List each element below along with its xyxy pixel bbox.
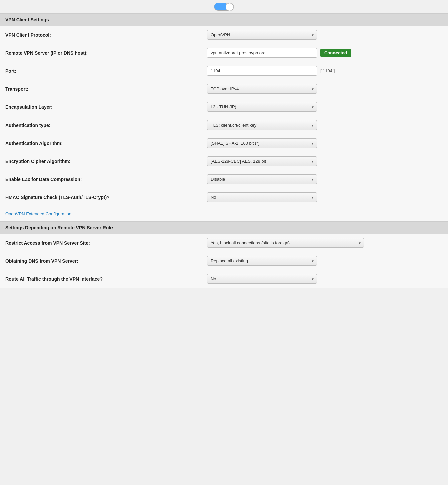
label-remote-vpn-server: Remote VPN Server (IP or DNS host): (0, 44, 202, 62)
value-cell-hmac-signature-check: No (202, 188, 448, 206)
row-transport: Transport:TCP over IPv4 (0, 80, 448, 98)
select-encryption-cipher-algorithm[interactable]: [AES-128-CBC] AES, 128 bit (207, 156, 317, 166)
value-cell-restrict-access: Yes, block all connections (site is fore… (202, 234, 448, 252)
value-cell-encryption-cipher-algorithm: [AES-128-CBC] AES, 128 bit (202, 152, 448, 170)
row-enable-lzx: Enable LZx for Data Compression:Disable (0, 170, 448, 188)
value-cell-transport: TCP over IPv4 (202, 80, 448, 98)
label-vpn-client-protocol: VPN Client Protocol: (0, 26, 202, 44)
row-authentication-algorithm: Authentication Algorithm:[SHA1] SHA-1, 1… (0, 134, 448, 152)
input-port[interactable] (207, 66, 317, 76)
row-authentication-type: Authentication type:TLS: client.crt/clie… (0, 116, 448, 134)
section-header-vpn-client-settings: VPN Client Settings (0, 13, 448, 26)
input-remote-vpn-server[interactable] (207, 48, 317, 58)
label-authentication-algorithm: Authentication Algorithm: (0, 134, 202, 152)
label-enable-lzx: Enable LZx for Data Compression: (0, 170, 202, 188)
settings-table-vpn-client-settings: VPN Client Protocol:OpenVPNRemote VPN Se… (0, 26, 448, 221)
link-cell-openvpn-extended-config: OpenVPN Extended Configuration (0, 206, 448, 221)
row-obtaining-dns: Obtaining DNS from VPN Server:Replace al… (0, 252, 448, 270)
select-obtaining-dns[interactable]: Replace all existing (207, 256, 317, 266)
row-openvpn-extended-config: OpenVPN Extended Configuration (0, 206, 448, 221)
label-authentication-type: Authentication type: (0, 116, 202, 134)
select-enable-lzx[interactable]: Disable (207, 174, 317, 184)
port-hint: [ 1194 ] (320, 68, 335, 73)
value-cell-authentication-type: TLS: client.crt/client.key (202, 116, 448, 134)
select-wrapper-obtaining-dns: Replace all existing (207, 256, 317, 266)
link-openvpn-extended-config[interactable]: OpenVPN Extended Configuration (5, 211, 71, 216)
select-hmac-signature-check[interactable]: No (207, 192, 317, 202)
select-wrapper-hmac-signature-check: No (207, 192, 317, 202)
select-wrapper-enable-lzx: Disable (207, 174, 317, 184)
connected-badge: Connected (320, 49, 351, 57)
select-wrapper-encryption-cipher-algorithm: [AES-128-CBC] AES, 128 bit (207, 156, 317, 166)
value-cell-obtaining-dns: Replace all existing (202, 252, 448, 270)
row-port: Port:[ 1194 ] (0, 62, 448, 80)
label-obtaining-dns: Obtaining DNS from VPN Server: (0, 252, 202, 270)
value-cell-port: [ 1194 ] (202, 62, 448, 80)
select-wrapper-encapsulation-layer: L3 - TUN (IP) (207, 102, 317, 112)
select-authentication-type[interactable]: TLS: client.crt/client.key (207, 120, 317, 130)
settings-container: VPN Client SettingsVPN Client Protocol:O… (0, 13, 448, 288)
value-cell-encapsulation-layer: L3 - TUN (IP) (202, 98, 448, 116)
row-vpn-client-protocol: VPN Client Protocol:OpenVPN (0, 26, 448, 44)
row-remote-vpn-server: Remote VPN Server (IP or DNS host):Conne… (0, 44, 448, 62)
toggle-area (214, 3, 234, 11)
value-cell-route-all-traffic: No (202, 270, 448, 288)
label-port: Port: (0, 62, 202, 80)
select-transport[interactable]: TCP over IPv4 (207, 84, 317, 94)
top-bar (0, 0, 448, 13)
select-wrapper-authentication-type: TLS: client.crt/client.key (207, 120, 317, 130)
select-wrapper-restrict-access: Yes, block all connections (site is fore… (207, 238, 364, 248)
select-wrapper-vpn-client-protocol: OpenVPN (207, 30, 317, 40)
select-wrapper-authentication-algorithm: [SHA1] SHA-1, 160 bit (*) (207, 138, 317, 148)
row-hmac-signature-check: HMAC Signature Check (TLS-Auth/TLS-Crypt… (0, 188, 448, 206)
settings-table-settings-depending-on-remote: Restrict Access from VPN Server Site:Yes… (0, 234, 448, 288)
select-wrapper-route-all-traffic: No (207, 274, 317, 284)
select-restrict-access[interactable]: Yes, block all connections (site is fore… (207, 238, 364, 248)
value-cell-authentication-algorithm: [SHA1] SHA-1, 160 bit (*) (202, 134, 448, 152)
select-vpn-client-protocol[interactable]: OpenVPN (207, 30, 317, 40)
toggle-switch[interactable] (214, 3, 234, 11)
select-encapsulation-layer[interactable]: L3 - TUN (IP) (207, 102, 317, 112)
label-route-all-traffic: Route All Traffic through the VPN interf… (0, 270, 202, 288)
label-restrict-access: Restrict Access from VPN Server Site: (0, 234, 202, 252)
label-encapsulation-layer: Encapsulation Layer: (0, 98, 202, 116)
value-cell-vpn-client-protocol: OpenVPN (202, 26, 448, 44)
value-cell-remote-vpn-server: Connected (202, 44, 448, 62)
section-header-settings-depending-on-remote: Settings Depending on Remote VPN Server … (0, 221, 448, 234)
select-wrapper-transport: TCP over IPv4 (207, 84, 317, 94)
label-encryption-cipher-algorithm: Encryption Cipher Algorithm: (0, 152, 202, 170)
row-restrict-access: Restrict Access from VPN Server Site:Yes… (0, 234, 448, 252)
value-cell-enable-lzx: Disable (202, 170, 448, 188)
select-authentication-algorithm[interactable]: [SHA1] SHA-1, 160 bit (*) (207, 138, 317, 148)
label-hmac-signature-check: HMAC Signature Check (TLS-Auth/TLS-Crypt… (0, 188, 202, 206)
label-transport: Transport: (0, 80, 202, 98)
row-encryption-cipher-algorithm: Encryption Cipher Algorithm:[AES-128-CBC… (0, 152, 448, 170)
select-route-all-traffic[interactable]: No (207, 274, 317, 284)
row-encapsulation-layer: Encapsulation Layer:L3 - TUN (IP) (0, 98, 448, 116)
row-route-all-traffic: Route All Traffic through the VPN interf… (0, 270, 448, 288)
